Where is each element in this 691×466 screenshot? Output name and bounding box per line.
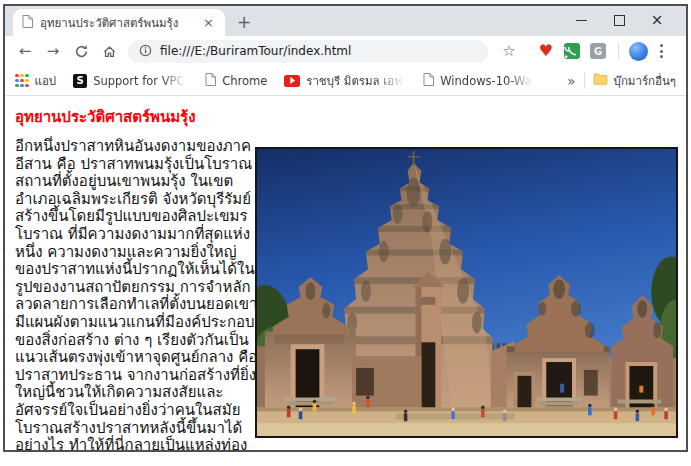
web-page-content: อุทยานประวัติศาสตร์พนมรุ้ง อีกหนึ่งปราสา… bbox=[5, 96, 686, 450]
other-bookmarks[interactable]: บุ๊กมาร์กอื่นๆ bbox=[593, 72, 676, 90]
home-icon bbox=[102, 44, 117, 59]
s-logo-icon: S bbox=[73, 74, 87, 88]
url-text[interactable]: file:///E:/BuriramTour/index.html bbox=[160, 44, 351, 58]
bookmarks-overflow-chevron[interactable]: » bbox=[567, 73, 576, 89]
tab-title: อุทยานประวัติศาสตร์พนมรุ้ง bbox=[40, 14, 194, 32]
tab-close-icon[interactable]: × bbox=[201, 16, 216, 29]
browser-window: อุทยานประวัติศาสตร์พนมรุ้ง × + × ← → fil… bbox=[3, 4, 688, 452]
bookmark-label: Support for VPCEA35 bbox=[93, 74, 188, 88]
bookmark-youtube[interactable]: ราชบุรี มิตรมล เอฟซี vs bbox=[284, 72, 406, 90]
maximize-icon bbox=[614, 15, 625, 26]
bookmark-apps[interactable]: แอป bbox=[15, 72, 56, 90]
tab-strip: อุทยานประวัติศาสตร์พนมรุ้ง × + × bbox=[5, 6, 686, 36]
home-button[interactable] bbox=[98, 40, 120, 62]
page-title: อุทยานประวัติศาสตร์พนมรุ้ง bbox=[15, 105, 195, 129]
bookmarks-bar: แอป S Support for VPCEA35 Chrome ราชบุรี… bbox=[5, 66, 686, 96]
maximize-button[interactable] bbox=[600, 9, 638, 31]
reload-icon bbox=[74, 44, 89, 59]
minimize-button[interactable] bbox=[562, 9, 600, 31]
page-doc-icon bbox=[423, 73, 434, 89]
new-tab-button[interactable]: + bbox=[237, 14, 251, 31]
close-window-button[interactable]: × bbox=[638, 9, 676, 31]
chrome-menu-icon[interactable] bbox=[654, 44, 669, 58]
info-icon[interactable] bbox=[139, 42, 152, 61]
back-button[interactable]: ← bbox=[14, 40, 36, 62]
bookmark-label: แอป bbox=[35, 72, 57, 90]
apps-grid-icon bbox=[15, 74, 29, 88]
minimize-icon bbox=[576, 20, 587, 21]
forward-button[interactable]: → bbox=[42, 40, 64, 62]
cast-extension-icon[interactable] bbox=[562, 41, 582, 61]
window-controls: × bbox=[562, 9, 676, 31]
heart-extension-icon[interactable]: ♥ bbox=[536, 41, 556, 61]
bookmark-chrome[interactable]: Chrome bbox=[205, 73, 267, 89]
bookmark-star-icon[interactable]: ☆ bbox=[498, 40, 520, 62]
phanom-rung-illustration bbox=[257, 149, 676, 436]
article-paragraph: อีกหนึ่งปราสาทหินอันงดงามของภาคอีสาน คือ… bbox=[15, 138, 261, 450]
bookmark-label: Windows-10-Wallpa bbox=[440, 74, 535, 88]
bookmark-support[interactable]: S Support for VPCEA35 bbox=[73, 74, 188, 88]
bookmark-label: Chrome bbox=[222, 74, 267, 88]
youtube-icon bbox=[284, 75, 300, 87]
bookmark-wallpaper[interactable]: Windows-10-Wallpa bbox=[423, 73, 535, 89]
temple-photo bbox=[255, 147, 678, 438]
bookmarks-separator bbox=[584, 73, 585, 89]
page-doc-icon bbox=[205, 73, 216, 89]
toolbar-separator bbox=[618, 43, 619, 59]
bookmark-label: บุ๊กมาร์กอื่นๆ bbox=[614, 72, 676, 90]
browser-tab[interactable]: อุทยานประวัติศาสตร์พนมรุ้ง × bbox=[13, 9, 225, 36]
navigation-toolbar: ← → file:///E:/BuriramTour/index.html ☆ … bbox=[5, 36, 686, 66]
folder-icon bbox=[593, 73, 608, 88]
bookmark-label: ราชบุรี มิตรมล เอฟซี vs bbox=[306, 72, 406, 90]
g-extension-icon[interactable]: G bbox=[588, 41, 608, 61]
reload-button[interactable] bbox=[70, 40, 92, 62]
address-bar[interactable]: file:///E:/BuriramTour/index.html bbox=[128, 40, 488, 63]
page-doc-icon bbox=[22, 13, 33, 32]
profile-avatar[interactable] bbox=[629, 42, 648, 61]
